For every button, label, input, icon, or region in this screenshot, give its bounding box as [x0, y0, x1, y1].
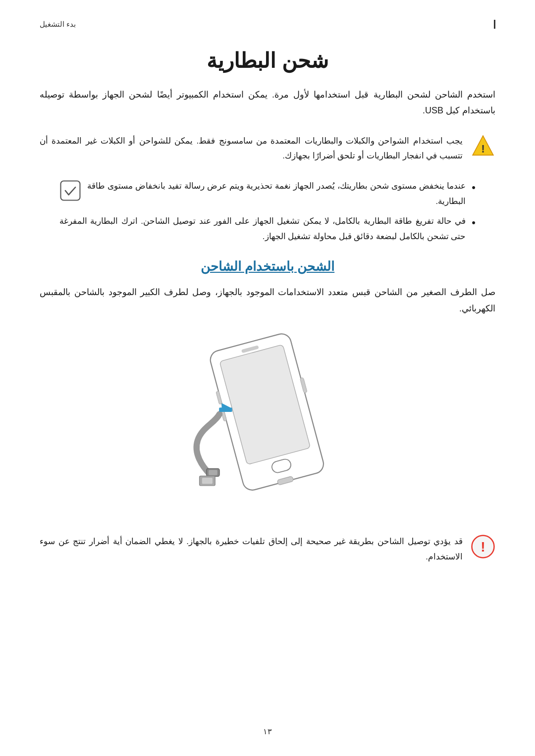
warning-box: ! يجب استخدام الشواحن والكبلات والبطاريا…	[40, 129, 495, 169]
svg-rect-2	[61, 181, 80, 201]
danger-circle-icon: !	[471, 534, 495, 559]
bullet-text-2: في حالة تفريغ طاقة البطارية بالكامل، لا …	[59, 214, 466, 244]
page-number: ١٣	[263, 727, 272, 736]
bullet-text-1: عندما ينخفض مستوى شحن بطاريتك، يُصدر الج…	[87, 179, 466, 209]
warning-triangle-icon: !	[471, 134, 495, 158]
bullet-dot-2: •	[472, 214, 476, 231]
section1-intro: استخدم الشاحن لشحن البطارية قبل استخدامه…	[40, 87, 495, 119]
device-illustration	[154, 331, 381, 514]
danger-box: ! قد يؤدي توصيل الشاحن بطريقة غير صحيحة …	[40, 529, 495, 569]
device-image-container	[40, 331, 495, 514]
bullet-item-2: • في حالة تفريغ طاقة البطارية بالكامل، ل…	[59, 214, 476, 244]
header-title: بدء التشغيل	[40, 20, 76, 29]
bullet-item-1: • عندما ينخفض مستوى شحن بطاريتك، يُصدر ا…	[59, 179, 476, 209]
bullet-points: • عندما ينخفض مستوى شحن بطاريتك، يُصدر ا…	[40, 179, 495, 244]
danger-text: قد يؤدي توصيل الشاحن بطريقة غير صحيحة إل…	[40, 534, 463, 564]
svg-rect-16	[202, 478, 213, 484]
svg-text:!: !	[481, 142, 484, 154]
section2-title: الشحن باستخدام الشاحن	[40, 259, 495, 274]
page-container: بدء التشغيل شحن البطارية استخدم الشاحن ل…	[0, 0, 535, 756]
svg-rect-12	[209, 470, 217, 475]
section1-title: شحن البطارية	[40, 49, 495, 73]
section2-intro: صل الطرف الصغير من الشاحن قبس متعدد الاس…	[40, 284, 495, 316]
note-check-icon	[59, 180, 81, 202]
warning-text: يجب استخدام الشواحن والكبلات والبطاريات …	[40, 134, 463, 164]
svg-text:!: !	[481, 539, 485, 554]
svg-rect-14	[219, 407, 232, 412]
bullet-dot-1: •	[472, 179, 476, 196]
header-bar: بدء التشغيل	[40, 20, 495, 29]
